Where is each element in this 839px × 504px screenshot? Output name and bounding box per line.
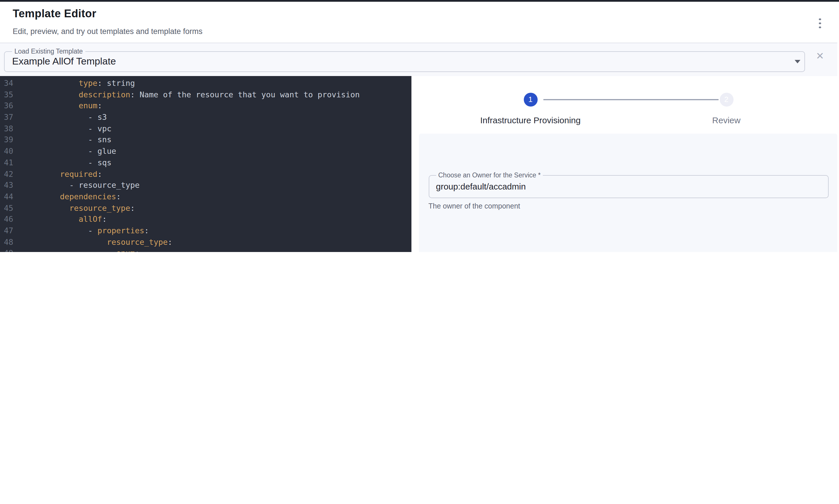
line-number: 48 (0, 236, 13, 248)
step-1-label: Infrastructure Provisioning (480, 115, 581, 125)
page-subtitle: Edit, preview, and try out templates and… (13, 27, 202, 35)
line-number: 47 (0, 225, 13, 236)
form-card: Choose an Owner for the Service * group:… (419, 133, 837, 252)
line-number: 36 (0, 101, 13, 112)
form-preview-pane: 1 2 Infrastructure Provisioning Review C… (419, 76, 839, 252)
line-number: 44 (0, 191, 13, 202)
code-lines: 34 type: string35 description: Name of t… (0, 78, 411, 252)
line-number: 34 (0, 78, 13, 89)
code-line: 45 resource_type: (0, 202, 411, 214)
load-template-bar: Load Existing Template Example AllOf Tem… (0, 43, 837, 76)
kebab-menu-icon[interactable] (816, 16, 824, 30)
code-editor[interactable]: 34 type: string35 description: Name of t… (0, 76, 411, 252)
line-number: 39 (0, 134, 13, 146)
owner-helper-text: The owner of the component (428, 202, 520, 210)
code-line: 39 - sns (0, 134, 411, 146)
stepper-connector (543, 99, 718, 100)
load-template-value: Example AllOf Template (12, 52, 116, 71)
code-line: 46 allOf: (0, 214, 411, 225)
code-line: 43 - resource_type (0, 180, 411, 191)
line-number: 42 (0, 168, 13, 180)
code-line: 48 resource_type: (0, 236, 411, 248)
code-line: 47 - properties: (0, 225, 411, 236)
line-number: 35 (0, 89, 13, 100)
code-line: 37 - s3 (0, 112, 411, 123)
close-icon[interactable]: ✕ (814, 51, 826, 62)
code-line: 40 - glue (0, 146, 411, 157)
load-template-select[interactable]: Load Existing Template Example AllOf Tem… (4, 51, 805, 72)
code-line: 41 - sqs (0, 157, 411, 168)
code-line: 42 required: (0, 168, 411, 180)
template-editor-page: Template Editor Edit, preview, and try o… (0, 0, 839, 252)
line-number: 38 (0, 123, 13, 134)
page-title: Template Editor (13, 7, 96, 20)
editor-scrollbar (411, 76, 419, 252)
line-number: 46 (0, 214, 13, 225)
line-number: 43 (0, 180, 13, 191)
code-line: 35 description: Name of the resource tha… (0, 89, 411, 100)
code-line: 49 enum: (0, 248, 411, 252)
code-line: 36 enum: (0, 101, 411, 112)
line-number: 49 (0, 248, 13, 252)
chevron-down-icon[interactable] (795, 60, 800, 64)
step-2-circle[interactable]: 2 (719, 92, 733, 106)
line-number: 41 (0, 157, 13, 168)
code-line: 44 dependencies: (0, 191, 411, 202)
step-1-circle[interactable]: 1 (523, 92, 537, 106)
line-number: 40 (0, 146, 13, 157)
code-line: 38 - vpc (0, 123, 411, 134)
step-2-label: Review (712, 115, 740, 125)
owner-field[interactable]: Choose an Owner for the Service * group:… (428, 175, 828, 198)
line-number: 45 (0, 202, 13, 214)
page-header: Template Editor Edit, preview, and try o… (0, 1, 837, 43)
owner-field-value: group:default/accadmin (436, 176, 526, 197)
stepper: 1 2 Infrastructure Provisioning Review (419, 76, 837, 133)
code-line: 34 type: string (0, 78, 411, 89)
line-number: 37 (0, 112, 13, 123)
